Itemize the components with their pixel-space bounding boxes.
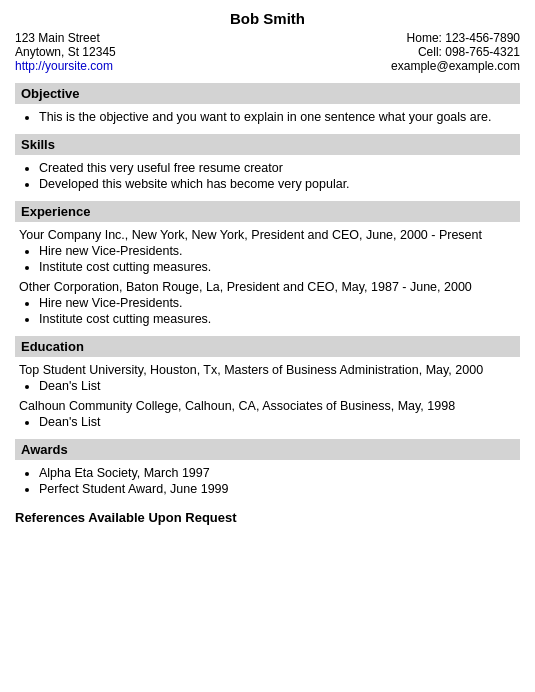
address-line2: Anytown, St 12345 [15, 45, 116, 59]
skills-list: Created this very useful free resume cre… [39, 161, 516, 191]
contact-left: 123 Main Street Anytown, St 12345 http:/… [15, 31, 116, 73]
edu-bullets-2: Dean's List [39, 415, 516, 429]
address-line1: 123 Main Street [15, 31, 116, 45]
list-item: Hire new Vice-Presidents. [39, 244, 516, 258]
list-item: Dean's List [39, 415, 516, 429]
list-item: Institute cost cutting measures. [39, 312, 516, 326]
job-title-1: Your Company Inc., New York, New York, P… [19, 228, 516, 242]
candidate-name: Bob Smith [15, 10, 520, 27]
list-item: Institute cost cutting measures. [39, 260, 516, 274]
list-item: Alpha Eta Society, March 1997 [39, 466, 516, 480]
awards-content: Alpha Eta Society, March 1997 Perfect St… [15, 466, 520, 496]
phone-cell: Cell: 098-765-4321 [391, 45, 520, 59]
website[interactable]: http://yoursite.com [15, 59, 116, 73]
job-title-2: Other Corporation, Baton Rouge, La, Pres… [19, 280, 516, 294]
resume-container: Bob Smith 123 Main Street Anytown, St 12… [0, 0, 535, 535]
references-text: References Available Upon Request [15, 510, 520, 525]
email: example@example.com [391, 59, 520, 73]
list-item: Perfect Student Award, June 1999 [39, 482, 516, 496]
awards-header: Awards [15, 439, 520, 460]
objective-content: This is the objective and you want to ex… [15, 110, 520, 124]
list-item: Dean's List [39, 379, 516, 393]
list-item: Created this very useful free resume cre… [39, 161, 516, 175]
contact-row: 123 Main Street Anytown, St 12345 http:/… [15, 31, 520, 73]
list-item: This is the objective and you want to ex… [39, 110, 516, 124]
phone-home: Home: 123-456-7890 [391, 31, 520, 45]
objective-header: Objective [15, 83, 520, 104]
edu-bullets-1: Dean's List [39, 379, 516, 393]
experience-header: Experience [15, 201, 520, 222]
website-link[interactable]: http://yoursite.com [15, 59, 113, 73]
edu-entry-1: Top Student University, Houston, Tx, Mas… [19, 363, 516, 377]
job-bullets-1: Hire new Vice-Presidents. Institute cost… [39, 244, 516, 274]
skills-header: Skills [15, 134, 520, 155]
skills-content: Created this very useful free resume cre… [15, 161, 520, 191]
education-content: Top Student University, Houston, Tx, Mas… [15, 363, 520, 429]
job-bullets-2: Hire new Vice-Presidents. Institute cost… [39, 296, 516, 326]
list-item: Developed this website which has become … [39, 177, 516, 191]
list-item: Hire new Vice-Presidents. [39, 296, 516, 310]
resume-header: Bob Smith 123 Main Street Anytown, St 12… [15, 10, 520, 73]
contact-right: Home: 123-456-7890 Cell: 098-765-4321 ex… [391, 31, 520, 73]
edu-entry-2: Calhoun Community College, Calhoun, CA, … [19, 399, 516, 413]
awards-list: Alpha Eta Society, March 1997 Perfect St… [39, 466, 516, 496]
objective-list: This is the objective and you want to ex… [39, 110, 516, 124]
education-header: Education [15, 336, 520, 357]
experience-content: Your Company Inc., New York, New York, P… [15, 228, 520, 326]
